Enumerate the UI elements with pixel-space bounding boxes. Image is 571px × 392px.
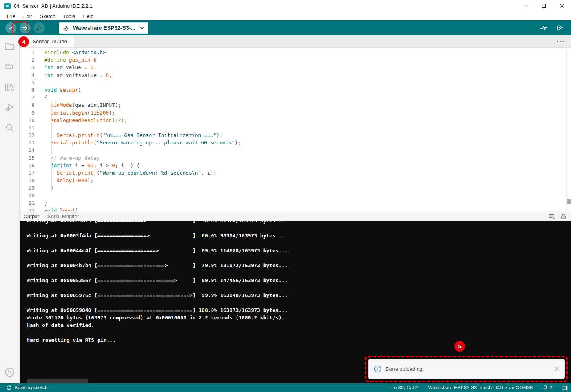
notification-message: Done uploading. — [385, 366, 424, 372]
arduino-ide-window: ∞ 04_Sensor_AD | Arduino IDE 2.2.1 File … — [0, 0, 571, 392]
info-icon — [374, 365, 381, 373]
console-line: Writing at 0x00059840 [=================… — [27, 306, 571, 314]
code-line: 4int ad_voltsvalue = 0; — [20, 71, 571, 79]
console-line — [27, 299, 571, 306]
code-line: 12 Serial.println("\n=== Gas Sensor Init… — [20, 131, 571, 139]
notifications-bell[interactable]: 2 — [543, 385, 552, 390]
tab-overflow-menu-icon[interactable]: ··· — [557, 35, 571, 47]
console-line: Hard resetting via RTS pin... — [27, 336, 571, 344]
build-spinner-icon — [6, 385, 12, 390]
menu-edit[interactable]: Edit — [19, 13, 36, 19]
toolbar: Waveshare ESP32-S3-... — [0, 20, 571, 35]
selected-board-label: Waveshare ESP32-S3-... — [73, 25, 136, 31]
console-line — [27, 269, 571, 277]
notification-close-icon[interactable] — [555, 367, 559, 371]
tab-output[interactable]: Output — [24, 213, 39, 219]
arduino-app-icon: ∞ — [4, 3, 11, 9]
tab-serial-monitor[interactable]: Serial Monitor — [47, 213, 79, 219]
notification-count: 2 — [549, 385, 552, 390]
annotation-step-badge-4: 4 — [18, 36, 29, 47]
upload-button[interactable] — [20, 22, 31, 33]
serial-monitor-icon[interactable] — [555, 24, 564, 32]
account-icon[interactable] — [4, 367, 15, 378]
maximize-icon[interactable] — [535, 0, 553, 12]
code-line: 20 — [20, 192, 571, 199]
minimize-icon[interactable] — [517, 0, 535, 12]
console-line: Writing at 0x00044c4f [=================… — [27, 247, 571, 254]
board-selector[interactable]: Waveshare ESP32-S3-... — [59, 22, 148, 34]
board-port-status[interactable]: Waveshare ESP32-S3-Touch-LCD-7 on COM36 — [428, 385, 533, 390]
code-line: 21} — [20, 199, 571, 207]
code-line: 5 — [20, 79, 571, 86]
cursor-position[interactable]: Ln 30, Col 2 — [391, 385, 418, 390]
done-uploading-toast: Done uploading. — [368, 359, 565, 379]
close-icon[interactable] — [553, 0, 571, 12]
code-line: 3int ad_value = 0; — [20, 64, 571, 71]
menu-tools[interactable]: Tools — [59, 13, 79, 19]
lock-open-icon[interactable] — [560, 213, 566, 219]
bell-icon — [543, 385, 548, 390]
sketchbook-folder-icon[interactable] — [4, 41, 15, 52]
code-line: 13 Serial.println("Sensor warming up... … — [20, 139, 571, 146]
console-line: Writing at 0x0004b7b4 [=================… — [27, 262, 571, 269]
console-progress-block — [27, 379, 88, 383]
verify-button[interactable] — [5, 22, 16, 33]
editor-scrollbar[interactable] — [566, 48, 571, 211]
menubar: File Edit Sketch Tools Help — [0, 12, 571, 20]
clear-output-icon[interactable] — [548, 213, 555, 219]
toggle-panel-icon[interactable] — [562, 385, 568, 390]
code-line: 10 analogReadResolution(12); — [20, 117, 571, 124]
build-status-text: Building sketch — [15, 385, 47, 390]
console-line: Wrote 301120 bytes (163973 compressed) a… — [27, 314, 571, 321]
code-line: 15 // Warm-up delay — [20, 154, 571, 162]
console-line — [27, 329, 571, 336]
code-line: 19 } — [20, 184, 571, 191]
console-line: Writing at 0x00053567 [=================… — [27, 277, 571, 284]
debug-icon — [35, 24, 43, 32]
code-line: 16 for(int i = 60; i > 0; i--) { — [20, 162, 571, 169]
code-line: 6void setup() — [20, 86, 571, 94]
code-line: 14 — [20, 146, 571, 154]
code-line: 11 — [20, 124, 571, 131]
console-line: Writing at 0x0003f4da [================>… — [27, 232, 571, 239]
tab-label: _Sensor_AD.ino — [30, 38, 67, 44]
console-line: Hash of data verified. — [27, 321, 571, 329]
annotation-step-badge-5: 5 — [454, 341, 465, 352]
code-line: 1#include <Arduino.h> — [20, 49, 571, 56]
code-line: 7{ — [20, 94, 571, 101]
code-line: 2#define gas_ain 6 — [20, 56, 571, 64]
arrow-right-icon — [22, 24, 29, 31]
console-line — [27, 254, 571, 262]
code-line: 22void loop() — [20, 207, 571, 211]
check-icon — [7, 24, 15, 31]
search-icon[interactable] — [4, 122, 15, 133]
console-line — [27, 239, 571, 247]
bottom-panel-header: Output Serial Monitor — [20, 211, 571, 221]
editor-scrollbar-thumb[interactable] — [567, 199, 571, 204]
boards-manager-icon[interactable] — [4, 61, 15, 72]
menu-file[interactable]: File — [3, 13, 19, 19]
statusbar: Building sketch Ln 30, Col 2 Waveshare E… — [0, 383, 571, 392]
serial-plotter-icon[interactable] — [540, 24, 548, 32]
titlebar: ∞ 04_Sensor_AD | Arduino IDE 2.2.1 — [0, 0, 571, 12]
library-manager-icon[interactable] — [4, 82, 15, 93]
debug-panel-icon[interactable] — [4, 102, 15, 113]
usb-icon — [63, 25, 69, 31]
code-line: 8 pinMode(gas_ain,INPUT); — [20, 101, 571, 109]
console-line: Writing at 0x00039b25 [===============> … — [27, 221, 571, 224]
menu-sketch[interactable]: Sketch — [36, 13, 59, 19]
menu-help[interactable]: Help — [79, 13, 97, 19]
editor-tabbar: 4 _Sensor_AD.ino ··· — [20, 35, 571, 48]
code-line: 17 Serial.printf("Warm-up countdown: %d … — [20, 169, 571, 177]
activity-sidebar — [0, 35, 20, 383]
console-line — [27, 284, 571, 292]
chevron-down-icon — [140, 27, 144, 29]
indent-guide — [51, 101, 52, 191]
debug-button[interactable] — [34, 22, 45, 33]
console-line: Writing at 0x0005976c [=================… — [27, 292, 571, 299]
code-line: 9 Serial.begin(115200); — [20, 109, 571, 117]
code-editor[interactable]: 1#include <Arduino.h>2#define gas_ain 63… — [20, 48, 571, 211]
window-title: 04_Sensor_AD | Arduino IDE 2.2.1 — [14, 3, 93, 9]
code-line: 18 delay(1000); — [20, 177, 571, 184]
console-line — [27, 224, 571, 232]
